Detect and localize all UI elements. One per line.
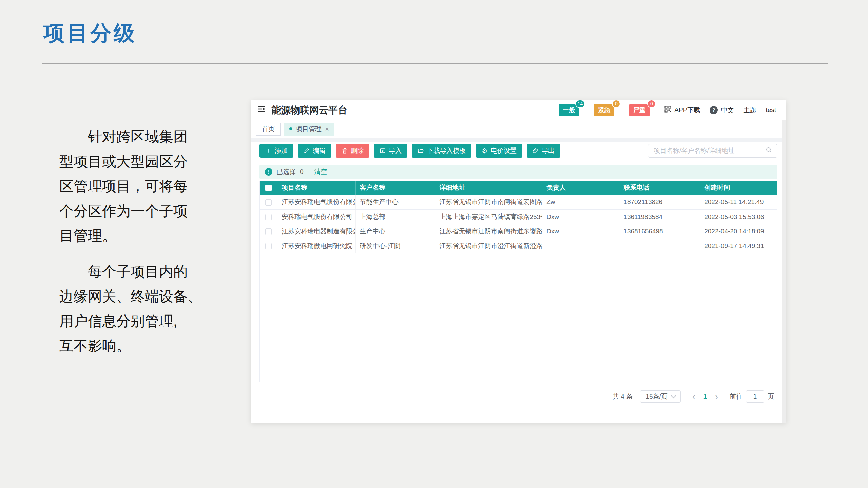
next-page-button[interactable]: › (711, 392, 722, 401)
electricity-price-settings-button[interactable]: ⚙ 电价设置 (476, 144, 522, 158)
row-checkbox[interactable] (265, 199, 272, 206)
intro-line: 互不影响。 (59, 333, 202, 358)
header-checkbox-cell (260, 181, 277, 195)
table-row[interactable]: 江苏安科瑞微电网研究院 研发中心-江阴 江苏省无锡市江阴市澄江街道新澄路9号 2… (260, 239, 777, 253)
alarm-badge-urgent[interactable]: 紧急 0 (594, 104, 614, 116)
alarm-count-badge: 0 (612, 100, 620, 108)
language-switch[interactable]: ? 中文 (710, 106, 734, 115)
title-divider (42, 63, 828, 64)
row-checkbox[interactable] (265, 228, 272, 235)
cell-owner (542, 239, 619, 253)
pagination: 共 4 条 15条/页 ‹ 1 › 前往 页 (259, 389, 777, 404)
user-menu[interactable]: test (766, 106, 776, 114)
paperclip-icon (533, 148, 539, 154)
selected-count: 0 (300, 168, 304, 176)
cell-address: 江苏省无锡市江阴市南闸街道东盟路5号 (435, 224, 542, 239)
column-header-address[interactable]: 详细地址 (435, 181, 542, 195)
alarm-badge-critical[interactable]: 严重 0 (629, 104, 650, 116)
total-count: 共 4 条 (613, 392, 633, 401)
cell-customer-name: 上海总部 (355, 209, 435, 224)
button-label: 删除 (351, 146, 364, 155)
goto-page: 前往 页 (730, 390, 774, 403)
tab-label: 项目管理 (296, 125, 322, 134)
intro-line: 用户信息分别管理, (59, 309, 202, 333)
theme-link[interactable]: 主题 (743, 106, 756, 115)
page-number-1[interactable]: 1 (699, 393, 711, 400)
row-checkbox[interactable] (265, 214, 272, 220)
project-table: 项目名称 客户名称 详细地址 负责人 联系电话 创建时间 江苏安科瑞电气股份有限… (259, 181, 777, 382)
page-size-value: 15条/页 (645, 392, 667, 401)
column-header-project-name[interactable]: 项目名称 (277, 181, 355, 195)
cell-customer-name: 研发中心-江阴 (355, 239, 435, 253)
add-button[interactable]: ＋ 添加 (259, 144, 293, 158)
selected-label: 已选择 (276, 167, 296, 176)
collapse-menu-icon[interactable] (257, 105, 266, 115)
import-button[interactable]: 导入 (374, 144, 407, 158)
theme-label: 主题 (743, 106, 756, 115)
cell-phone: 18702113826 (619, 195, 700, 209)
toolbar: ＋ 添加 编辑 删除 (259, 144, 777, 158)
language-label: 中文 (721, 106, 734, 115)
intro-line: 每个子项目内的 (59, 259, 202, 284)
alarm-badge-normal[interactable]: 一般 14 (559, 104, 579, 116)
alarm-count-badge: 0 (647, 100, 656, 108)
alarm-badge-label: 严重 (633, 107, 645, 114)
cell-phone: 13681656498 (619, 224, 700, 239)
search-box (648, 144, 777, 158)
select-all-checkbox[interactable] (265, 185, 272, 191)
download-template-button[interactable]: 下载导入模板 (412, 144, 471, 158)
import-icon (380, 148, 386, 154)
prev-page-button[interactable]: ‹ (688, 392, 699, 401)
alarm-count-badge: 14 (575, 100, 585, 108)
username: test (766, 106, 776, 114)
clear-selection-link[interactable]: 清空 (314, 167, 327, 176)
cell-created-time: 2021-09-17 14:49:31 (700, 239, 777, 253)
tab-bar: 首页 项目管理 × (251, 120, 786, 138)
column-header-customer-name[interactable]: 客户名称 (355, 181, 435, 195)
search-icon[interactable] (766, 147, 772, 155)
header-right: 一般 14 紧急 0 严重 0 (559, 104, 776, 116)
table-row[interactable]: 江苏安科瑞电器制造有限公司 生产中心 江苏省无锡市江阴市南闸街道东盟路5号 Dx… (260, 224, 777, 239)
help-icon: ? (710, 106, 718, 114)
goto-page-input[interactable] (746, 390, 764, 403)
vertical-scrollbar[interactable] (782, 120, 786, 423)
page-size-select[interactable]: 15条/页 (640, 390, 681, 403)
button-label: 编辑 (313, 146, 326, 155)
app-screenshot: 能源物联网云平台 一般 14 紧急 0 严重 0 (251, 100, 786, 423)
search-input[interactable] (653, 147, 766, 155)
table-header-row: 项目名称 客户名称 详细地址 负责人 联系电话 创建时间 (260, 181, 777, 195)
app-header: 能源物联网云平台 一般 14 紧急 0 严重 0 (251, 100, 786, 120)
cell-project-name: 安科瑞电气股份有限公司 (277, 209, 355, 224)
delete-button[interactable]: 删除 (336, 144, 369, 158)
tab-project-management[interactable]: 项目管理 × (284, 123, 334, 136)
cell-project-name: 江苏安科瑞微电网研究院 (277, 239, 355, 253)
cell-address: 上海上海市嘉定区马陆镇育绿路253号 (435, 209, 542, 224)
plus-icon: ＋ (265, 146, 272, 155)
cell-created-time: 2022-05-03 15:53:06 (700, 209, 777, 224)
info-icon: ! (265, 168, 272, 176)
close-icon[interactable]: × (325, 125, 329, 133)
column-header-owner[interactable]: 负责人 (542, 181, 619, 195)
tab-home[interactable]: 首页 (256, 123, 281, 136)
app-download-label: APP下载 (674, 106, 700, 115)
table-row[interactable]: 江苏安科瑞电气股份有限公... 节能生产中心 江苏省无锡市江阴市南闸街道宏图路3… (260, 195, 777, 209)
intro-line: 目管理。 (59, 223, 202, 248)
column-header-phone[interactable]: 联系电话 (619, 181, 700, 195)
content-separator (251, 138, 786, 142)
intro-line: 型项目或大型园区分 (59, 149, 202, 174)
cell-phone: 13611983584 (619, 209, 700, 224)
app-download-link[interactable]: APP下载 (664, 106, 700, 115)
cell-phone (619, 239, 700, 253)
qr-code-icon (664, 106, 671, 114)
edit-button[interactable]: 编辑 (298, 144, 331, 158)
intro-line: 区管理项目，可将每 (59, 174, 202, 199)
export-button[interactable]: 导出 (527, 144, 560, 158)
table-row[interactable]: 安科瑞电气股份有限公司 上海总部 上海上海市嘉定区马陆镇育绿路253号 Dxw … (260, 209, 777, 224)
cell-owner: Dxw (542, 209, 619, 224)
cell-customer-name: 生产中心 (355, 224, 435, 239)
row-checkbox[interactable] (265, 243, 272, 249)
tab-label: 首页 (262, 125, 275, 134)
cell-project-name: 江苏安科瑞电器制造有限公司 (277, 224, 355, 239)
column-header-created-time[interactable]: 创建时间 (700, 181, 777, 195)
alarm-badge-label: 一般 (563, 107, 575, 114)
